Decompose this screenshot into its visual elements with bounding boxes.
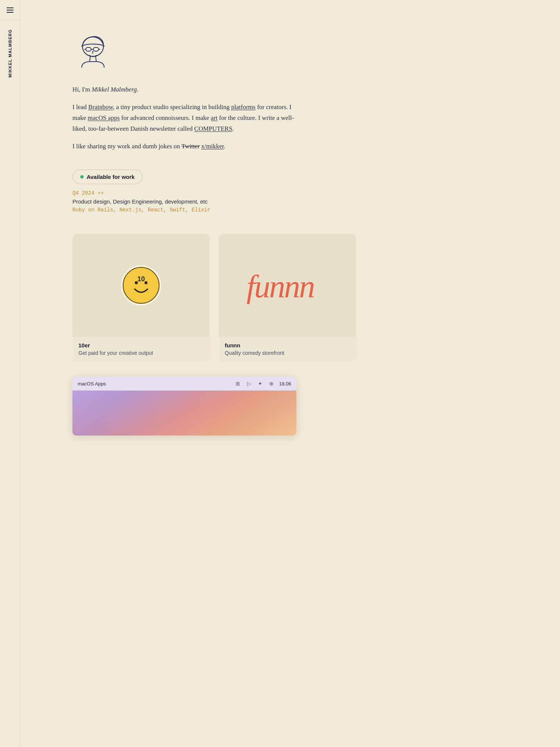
hamburger-icon: [7, 7, 13, 13]
svg-text:10: 10: [137, 275, 145, 283]
available-for-work-badge[interactable]: Available for work: [72, 170, 143, 184]
svg-line-7: [96, 56, 96, 62]
bio-paragraph-2: I like sharing my work and dumb jokes on…: [72, 141, 304, 152]
project-10er-image: 10: [72, 234, 210, 337]
macos-titlebar-right: ⊞ ▷ ✦ ⊕ 18.06: [234, 380, 291, 387]
availability-date: Q4 2024 ++: [72, 190, 356, 196]
site-author-name: MIKKEL MALMBERG: [8, 29, 12, 78]
available-badge-text: Available for work: [87, 174, 135, 180]
avatar: [72, 30, 356, 72]
project-funnn-title: funnn: [225, 342, 350, 348]
main-content: Hi, I'm Mikkel Malmberg. I lead Brainbow…: [20, 0, 386, 465]
macos-icon-settings: ✦: [256, 380, 264, 387]
svg-point-12: [144, 281, 147, 284]
svg-text:funnn: funnn: [246, 269, 314, 304]
macos-preview[interactable]: macOS Apps ⊞ ▷ ✦ ⊕ 18.06: [72, 377, 296, 436]
macos-body: [72, 391, 296, 436]
brainbow-link[interactable]: Brainbow: [88, 103, 113, 111]
platforms-link[interactable]: platforms: [231, 103, 255, 111]
macos-icon-play: ▷: [245, 380, 253, 387]
macos-icon-globe: ⊕: [268, 380, 275, 387]
sidebar: MIKKEL MALMBERG: [0, 0, 20, 747]
availability-section: Available for work Q4 2024 ++ Product de…: [72, 170, 356, 213]
project-funnn-image: funnn: [219, 234, 356, 337]
project-card-10er[interactable]: 10 10er Get paid for your creative outpu…: [72, 234, 210, 362]
computers-link[interactable]: COMPUTERS: [194, 125, 232, 132]
availability-skills: Product design, Design Engineering, deve…: [72, 198, 356, 205]
macos-titlebar: macOS Apps ⊞ ▷ ✦ ⊕ 18.06: [72, 377, 296, 391]
project-funnn-info: funnn Quality comedy storefront: [219, 337, 356, 362]
project-card-funnn[interactable]: funnn funnn Quality comedy storefront: [219, 234, 356, 362]
project-10er-title: 10er: [78, 342, 204, 348]
svg-point-9: [123, 267, 159, 303]
projects-grid: 10 10er Get paid for your creative outpu…: [72, 234, 356, 362]
project-10er-info: 10er Get paid for your creative output: [72, 337, 210, 362]
project-10er-desc: Get paid for your creative output: [78, 350, 204, 356]
macos-time: 18.06: [279, 381, 291, 387]
bio-intro: Hi, I'm Mikkel Malmberg.: [72, 84, 304, 95]
svg-rect-2: [93, 47, 99, 51]
svg-line-6: [90, 56, 90, 62]
xmikker-link[interactable]: x/mikker: [201, 143, 224, 150]
availability-dot: [80, 175, 84, 179]
bio-paragraph-1: I lead Brainbow, a tiny product studio s…: [72, 102, 304, 134]
project-funnn-desc: Quality comedy storefront: [225, 350, 350, 356]
menu-button[interactable]: [0, 0, 20, 20]
macos-title: macOS Apps: [78, 381, 106, 387]
macos-icon-grid: ⊞: [234, 380, 242, 387]
art-link[interactable]: art: [211, 114, 218, 121]
svg-rect-1: [86, 47, 91, 51]
availability-stack: Ruby on Rails, Next.js, React, Swift, El…: [72, 207, 356, 213]
macos-titlebar-left: macOS Apps: [78, 381, 106, 387]
bio-section: Hi, I'm Mikkel Malmberg. I lead Brainbow…: [72, 84, 304, 152]
macos-body-overlay: [72, 391, 296, 436]
macos-apps-link[interactable]: macOS apps: [88, 114, 119, 121]
